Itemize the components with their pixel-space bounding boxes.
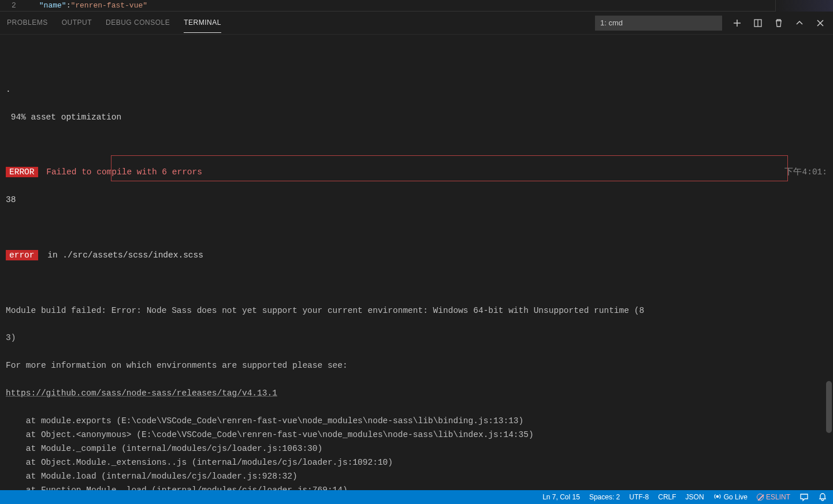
split-terminal-button[interactable] bbox=[752, 17, 764, 29]
status-bell[interactable] bbox=[818, 492, 827, 502]
kill-terminal-button[interactable] bbox=[773, 17, 784, 29]
tab-output[interactable]: OUTPUT bbox=[62, 13, 92, 33]
broadcast-icon bbox=[713, 492, 722, 502]
terminal-stack-line: at Object.<anonymous> (E:\code\VSCode_Co… bbox=[6, 428, 827, 442]
line-number: 2 bbox=[12, 1, 16, 10]
terminal-scrollbar[interactable] bbox=[826, 381, 832, 433]
json-punc: : bbox=[66, 1, 71, 10]
terminal-line: 3) bbox=[6, 331, 827, 345]
json-string: "renren-fast-vue" bbox=[70, 1, 147, 10]
status-spaces[interactable]: Spaces: 2 bbox=[589, 493, 620, 501]
terminal-line: . bbox=[6, 83, 827, 97]
panel-tabs: PROBLEMS OUTPUT DEBUG CONSOLE TERMINAL bbox=[7, 13, 221, 33]
svg-point-1 bbox=[716, 495, 719, 498]
terminal-line: 38 bbox=[6, 193, 827, 207]
terminal-line bbox=[6, 138, 827, 152]
error-badge: ERROR bbox=[6, 167, 38, 177]
panel-header: PROBLEMS OUTPUT DEBUG CONSOLE TERMINAL 1… bbox=[0, 12, 833, 35]
status-feedback[interactable] bbox=[799, 492, 809, 502]
maximize-panel-button[interactable] bbox=[794, 17, 805, 29]
new-terminal-button[interactable] bbox=[731, 17, 743, 29]
status-ln-col[interactable]: Ln 7, Col 15 bbox=[542, 493, 580, 501]
error-badge: error bbox=[6, 250, 38, 260]
json-key: "name" bbox=[39, 1, 66, 10]
terminal-output[interactable]: . 94% asset optimization ERROR Failed to… bbox=[0, 35, 833, 490]
error-message: Failed to compile with 6 errors bbox=[42, 167, 202, 177]
terminal-stack-line: at Function.Module._load (internal/modul… bbox=[6, 484, 827, 491]
terminal-line bbox=[6, 277, 827, 290]
tab-terminal[interactable]: TERMINAL bbox=[184, 13, 221, 33]
terminal-selector[interactable]: 1: cmd bbox=[595, 16, 722, 31]
status-eol[interactable]: CRLF bbox=[658, 493, 676, 501]
status-golive[interactable]: Go Live bbox=[713, 492, 748, 502]
panel-controls: 1: cmd bbox=[595, 16, 826, 31]
terminal-selector-label: 1: cmd bbox=[600, 18, 623, 27]
error-location: in ./src/assets/scss/index.scss bbox=[43, 251, 203, 260]
terminal-stack-line: at Object.Module._extensions..js (intern… bbox=[6, 456, 827, 470]
close-panel-button[interactable] bbox=[815, 17, 826, 29]
tab-problems[interactable]: PROBLEMS bbox=[7, 13, 48, 33]
editor-strip: 2 "name": "renren-fast-vue" bbox=[0, 0, 833, 12]
terminal-line: For more information on which environmen… bbox=[6, 359, 827, 373]
timestamp: 下午4:01: bbox=[784, 166, 827, 180]
terminal-line: ERROR Failed to compile with 6 errors下午4… bbox=[6, 166, 827, 180]
status-language[interactable]: JSON bbox=[686, 493, 704, 501]
terminal-line: 94% asset optimization bbox=[6, 111, 827, 125]
terminal-line: error in ./src/assets/scss/index.scss bbox=[6, 249, 827, 263]
terminal-line bbox=[6, 221, 827, 235]
terminal-stack-line: at module.exports (E:\code\VSCode_Code\r… bbox=[6, 415, 827, 428]
terminal-line: Module build failed: Error: Node Sass do… bbox=[6, 304, 827, 318]
terminal-line: https://github.com/sass/node-sass/releas… bbox=[6, 387, 827, 401]
minimap[interactable] bbox=[775, 0, 833, 12]
terminal-stack-line: at Module._compile (internal/modules/cjs… bbox=[6, 442, 827, 456]
status-eslint[interactable]: ESLINT bbox=[757, 493, 790, 501]
eslint-disabled-icon bbox=[757, 494, 764, 501]
status-bar: Ln 7, Col 15 Spaces: 2 UTF-8 CRLF JSON G… bbox=[0, 490, 833, 504]
terminal-stack-line: at Module.load (internal/modules/cjs/loa… bbox=[6, 470, 827, 484]
tab-debug-console[interactable]: DEBUG CONSOLE bbox=[106, 13, 170, 33]
status-encoding[interactable]: UTF-8 bbox=[629, 493, 649, 501]
